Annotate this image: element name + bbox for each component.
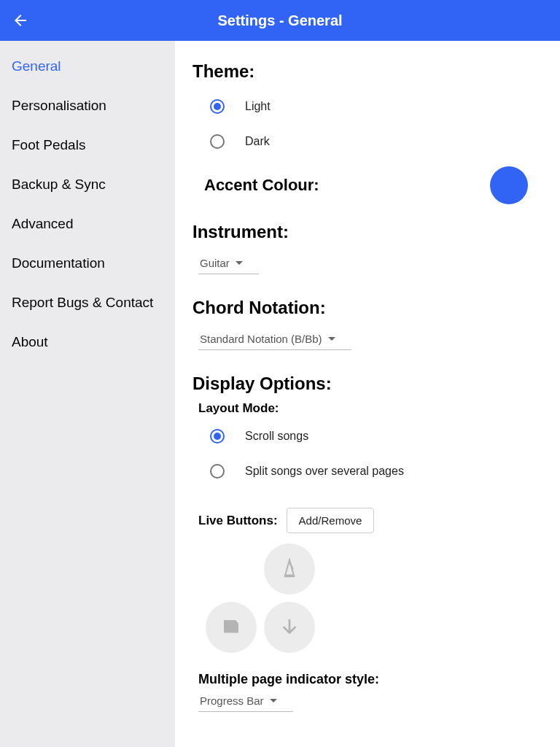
chevron-down-icon [270, 699, 277, 703]
layout-option-split[interactable]: Split songs over several pages [192, 454, 542, 489]
page-indicator-heading: Multiple page indicator style: [198, 672, 542, 687]
radio-icon [210, 429, 225, 444]
svg-rect-1 [285, 575, 295, 578]
arrow-down-icon [279, 616, 300, 638]
layout-option-label: Split songs over several pages [245, 465, 404, 478]
live-button-scroll-down[interactable] [264, 602, 315, 653]
theme-option-label: Light [245, 100, 271, 113]
layout-mode-heading: Layout Mode: [198, 401, 542, 416]
chord-notation-dropdown[interactable]: Standard Notation (B/Bb) [198, 328, 351, 350]
note-icon [220, 616, 242, 638]
radio-icon [210, 134, 225, 149]
add-remove-button[interactable]: Add/Remove [287, 508, 375, 533]
theme-option-label: Dark [245, 135, 270, 148]
theme-option-light[interactable]: Light [192, 89, 542, 124]
chevron-down-icon [236, 261, 243, 265]
appbar: Settings - General [0, 0, 560, 41]
chord-notation-heading: Chord Notation: [192, 298, 542, 318]
layout-option-label: Scroll songs [245, 430, 308, 443]
chord-notation-value: Standard Notation (B/Bb) [200, 333, 322, 345]
sidebar-item-about[interactable]: About [0, 322, 175, 362]
sidebar-item-report-bugs[interactable]: Report Bugs & Contact [0, 283, 175, 322]
live-buttons-grid [206, 543, 542, 653]
arrow-back-icon [12, 12, 29, 29]
main-content: Theme: Light Dark Accent Colour: Instrum… [175, 41, 560, 747]
sidebar-item-documentation[interactable]: Documentation [0, 244, 175, 283]
live-button-metronome[interactable] [264, 543, 315, 595]
sidebar-item-foot-pedals[interactable]: Foot Pedals [0, 125, 175, 165]
page-indicator-dropdown[interactable]: Progress Bar [198, 690, 293, 712]
chevron-down-icon [328, 337, 335, 341]
sidebar-item-backup-sync[interactable]: Backup & Sync [0, 165, 175, 204]
page-indicator-value: Progress Bar [200, 694, 264, 707]
sidebar-item-advanced[interactable]: Advanced [0, 204, 175, 244]
back-button[interactable] [12, 12, 29, 29]
theme-heading: Theme: [192, 61, 542, 82]
page-title: Settings - General [0, 12, 560, 29]
display-options-heading: Display Options: [192, 374, 542, 394]
radio-icon [210, 99, 225, 114]
sidebar: General Personalisation Foot Pedals Back… [0, 41, 175, 747]
instrument-heading: Instrument: [192, 222, 542, 242]
sidebar-item-general[interactable]: General [0, 47, 175, 86]
layout-option-scroll[interactable]: Scroll songs [192, 419, 542, 454]
accent-colour-heading: Accent Colour: [204, 176, 319, 195]
live-buttons-heading: Live Buttons: [198, 514, 278, 528]
metronome-icon [279, 558, 300, 580]
live-button-note[interactable] [206, 602, 257, 653]
theme-option-dark[interactable]: Dark [192, 124, 542, 159]
accent-colour-swatch[interactable] [490, 166, 528, 204]
instrument-dropdown[interactable]: Guitar [198, 252, 259, 274]
sidebar-item-personalisation[interactable]: Personalisation [0, 86, 175, 125]
radio-icon [210, 464, 225, 479]
instrument-value: Guitar [200, 257, 230, 269]
